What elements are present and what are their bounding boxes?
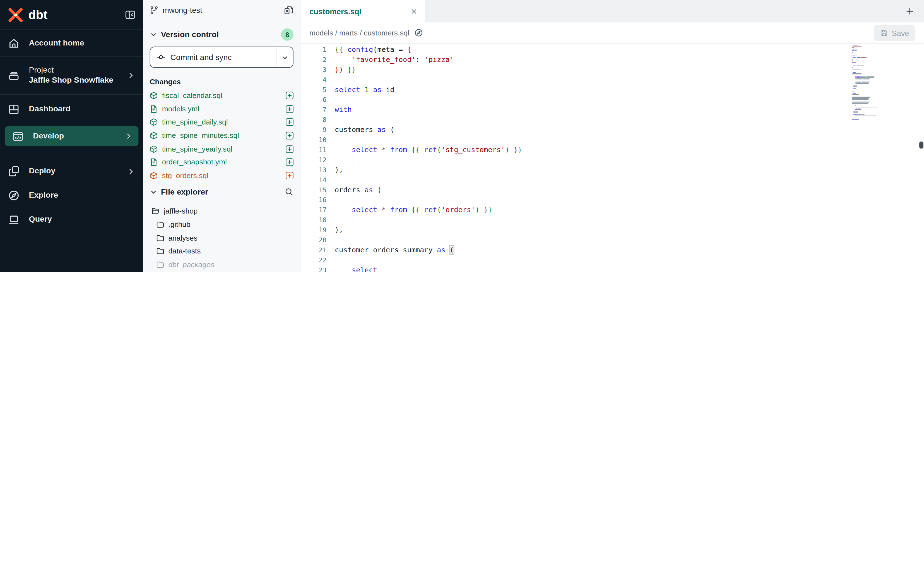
chevron-right-icon — [127, 71, 135, 80]
commit-and-sync-button[interactable]: Commit and sync — [150, 47, 293, 68]
sidebar-item-account-home[interactable]: Account home — [0, 30, 143, 57]
editor-tabbar: customers.sql — [301, 0, 924, 22]
chevron-right-icon — [124, 132, 133, 140]
code-line-22[interactable]: 22 — [301, 256, 924, 265]
folder-icon — [156, 221, 164, 229]
sidebar-item-query[interactable]: Query — [0, 208, 143, 232]
changed-file-time_spine_daily.sql[interactable]: time_spine_daily.sql — [143, 116, 300, 129]
changed-file-models.yml[interactable]: models.yml — [143, 102, 300, 116]
code-line-21[interactable]: 21customer_orders_summary as ( — [301, 245, 924, 256]
file-explorer-header[interactable]: File explorer — [143, 180, 300, 196]
folder-icon — [156, 261, 164, 269]
logo-row: dbt — [0, 0, 143, 30]
tree-item-jaffle-shop[interactable]: jaffle-shop — [143, 205, 300, 218]
line-number: 3 — [301, 65, 326, 75]
line-number: 15 — [301, 185, 326, 195]
code-line-18[interactable]: 18 — [301, 216, 924, 226]
stage-file-button[interactable] — [286, 172, 293, 179]
save-button[interactable]: Save — [874, 25, 915, 41]
tree-item-jaffle-data[interactable]: jaffle-data — [143, 271, 300, 272]
chevron-right-icon — [127, 167, 135, 176]
sidebar-item-develop[interactable]: Develop — [5, 126, 138, 146]
code-line-1[interactable]: 1{{ config(meta = { — [301, 45, 924, 55]
code-line-13[interactable]: 13), — [301, 165, 924, 175]
line-number: 1 — [301, 45, 326, 55]
stage-file-button[interactable] — [286, 92, 293, 99]
stage-file-button[interactable] — [286, 132, 293, 139]
stage-file-button[interactable] — [286, 105, 293, 113]
code-line-12[interactable]: 12 — [301, 155, 924, 165]
sidebar-collapse-icon[interactable] — [125, 10, 136, 20]
changes-label: Changes — [150, 78, 293, 86]
version-control-header[interactable]: Version control 8 — [143, 21, 300, 41]
sidebar-item-project[interactable]: ProjectJaffle Shop Snowflake — [0, 57, 143, 95]
home-icon — [8, 37, 19, 49]
minimap[interactable] — [850, 45, 887, 123]
code-line-4[interactable]: 4 — [301, 75, 924, 85]
code-line-16[interactable]: 16 — [301, 195, 924, 205]
left-panel: mwong-test Version control 8 Commit and … — [143, 0, 301, 272]
sidebar-item-deploy[interactable]: Deploy — [0, 159, 143, 183]
model-icon — [150, 92, 158, 100]
changes-list: fiscal_calendar.sqlmodels.ymltime_spine_… — [143, 89, 300, 179]
commit-icon — [156, 52, 166, 62]
scrollbar-thumb[interactable] — [919, 141, 924, 148]
code-line-6[interactable]: 6 — [301, 95, 924, 105]
copy-icon[interactable] — [284, 6, 293, 15]
code-line-19[interactable]: 19), — [301, 225, 924, 235]
stage-file-button[interactable] — [286, 119, 293, 126]
branch-name: mwong-test — [163, 6, 202, 15]
search-icon[interactable] — [285, 187, 293, 197]
code-line-23[interactable]: 23 select — [301, 265, 924, 272]
changed-file-fiscal_calendar.sql[interactable]: fiscal_calendar.sql — [143, 89, 300, 102]
file-explorer-title: File explorer — [161, 187, 208, 197]
code-line-5[interactable]: 5select 1 as id — [301, 85, 924, 95]
changed-file-order_snapshot.yml[interactable]: order_snapshot.yml — [143, 156, 300, 169]
compass-icon — [8, 190, 19, 201]
folder-open-icon — [152, 207, 160, 216]
dbt-ide-app: dbt Account homeProjectJaffle Shop Snowf… — [0, 0, 924, 272]
sidebar-item-dashboard[interactable]: Dashboard — [0, 96, 143, 122]
line-number: 8 — [301, 115, 326, 125]
changed-file-time_spine_minutes.sql[interactable]: time_spine_minutes.sql — [143, 129, 300, 142]
sidebar-item-explore[interactable]: Explore — [0, 183, 143, 208]
code-line-10[interactable]: 10 — [301, 135, 924, 145]
line-number: 11 — [301, 145, 326, 155]
code-line-20[interactable]: 20 — [301, 235, 924, 245]
code-line-2[interactable]: 2 'favorite_food': 'pizza' — [301, 55, 924, 65]
tree-item-data-tests[interactable]: data-tests — [143, 245, 300, 258]
model-icon — [150, 132, 158, 140]
tree-item-analyses[interactable]: analyses — [143, 231, 300, 245]
code-line-14[interactable]: 14 — [301, 175, 924, 185]
new-tab-icon[interactable] — [905, 6, 914, 16]
tree-item-.github[interactable]: .github — [143, 218, 300, 231]
code-line-11[interactable]: 11 select * from {{ ref('stg_customers')… — [301, 145, 924, 155]
commit-button-label: Commit and sync — [170, 53, 231, 62]
code-line-9[interactable]: 9customers as ( — [301, 125, 924, 135]
deploy-icon — [8, 166, 19, 177]
line-number: 17 — [301, 205, 326, 216]
code-editor[interactable]: 1{{ config(meta = {2 'favorite_food': 'p… — [301, 44, 924, 272]
stage-file-button[interactable] — [286, 145, 293, 152]
close-icon[interactable] — [410, 7, 418, 15]
line-number: 20 — [301, 235, 326, 245]
code-line-8[interactable]: 8 — [301, 115, 924, 125]
explore-compass-icon[interactable] — [414, 28, 423, 37]
code-line-15[interactable]: 15orders as ( — [301, 185, 924, 195]
logo-wordmark: dbt — [28, 8, 48, 22]
changed-file-time_spine_yearly.sql[interactable]: time_spine_yearly.sql — [143, 142, 300, 156]
tree-item-dbt_packages[interactable]: dbt_packages — [143, 258, 300, 271]
line-number: 16 — [301, 195, 326, 205]
commit-options-caret[interactable] — [276, 47, 293, 67]
code-line-7[interactable]: 7with — [301, 105, 924, 115]
code-line-3[interactable]: 3}) }} — [301, 65, 924, 75]
save-button-label: Save — [892, 29, 909, 37]
stage-file-button[interactable] — [286, 159, 293, 166]
tab-customers-sql[interactable]: customers.sql — [301, 0, 426, 22]
folder-icon — [156, 247, 164, 256]
editor: customers.sql models / marts / customers… — [301, 0, 924, 272]
code-line-17[interactable]: 17 select * from {{ ref('orders') }} — [301, 205, 924, 216]
changed-file-stg_orders.sql[interactable]: stg_orders.sql — [143, 169, 300, 179]
project-icon — [8, 70, 19, 81]
file-icon — [150, 105, 158, 113]
